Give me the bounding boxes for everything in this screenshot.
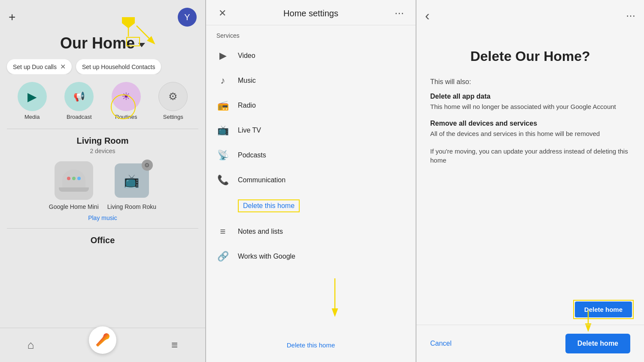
consequence-1-title: Delete all app data <box>430 93 630 100</box>
cancel-button[interactable]: Cancel <box>430 340 452 347</box>
dot-green <box>72 177 76 180</box>
panel3-footer: Cancel Delete home <box>416 325 644 362</box>
chip-household-label: Set up Household Contacts <box>82 63 155 70</box>
panel-home-settings: ✕ Home settings ⋯ Services ▶ Video ♪ Mus… <box>206 0 416 362</box>
routines-icon-item[interactable]: ☀ Routines <box>112 82 141 120</box>
close-icon[interactable]: ✕ <box>215 8 230 19</box>
menu-video-label: Video <box>238 52 255 60</box>
home-mini-icon <box>55 161 93 200</box>
dropdown-arrow-icon[interactable] <box>138 43 145 47</box>
video-icon: ▶ <box>216 50 229 61</box>
media-icon-item[interactable]: ▶ Media <box>18 82 47 120</box>
roku-card[interactable]: 📺 ⚙ Living Room Roku <box>107 161 156 210</box>
menu-item-notes[interactable]: ≡ Notes and lists <box>206 219 416 244</box>
consequence-2-title: Remove all devices and services <box>430 120 630 127</box>
roku-icon-wrapper: 📺 ⚙ <box>112 161 151 200</box>
mic-icon: 🎤 <box>95 333 110 347</box>
delete-confirm-title: Delete Our Home? <box>430 48 630 64</box>
more-options-icon[interactable]: ⋯ <box>626 10 635 21</box>
google-home-mini-card[interactable]: Google Home Mini <box>49 161 99 210</box>
media-circle: ▶ <box>18 82 47 111</box>
bottom-nav: ⌂ 🎤 ≡ <box>0 328 205 362</box>
google-home-mini-label: Google Home Mini <box>49 203 99 210</box>
panel3-header: ‹ ⋯ <box>416 0 644 30</box>
divider1 <box>7 129 198 129</box>
services-label: Services <box>206 25 416 43</box>
media-label: Media <box>24 114 39 120</box>
icons-row: ▶ Media 📢 Broadcast ☀ Routines ⚙ Setting… <box>0 82 205 120</box>
home-nav-icon[interactable]: ⌂ <box>27 338 34 352</box>
divider2 <box>7 228 198 229</box>
avatar[interactable]: Y <box>178 8 197 27</box>
dot-red <box>67 177 70 180</box>
menu-music-label: Music <box>238 77 256 84</box>
settings-icon: ⚙ <box>168 90 178 103</box>
menu-item-music[interactable]: ♪ Music <box>206 68 416 93</box>
broadcast-icon: 📢 <box>73 91 85 102</box>
google-mic-button[interactable]: 🎤 <box>89 326 116 354</box>
this-will-also-text: This will also: <box>430 78 630 86</box>
footer-delete-link[interactable]: Delete this home <box>287 341 335 349</box>
office-section: Office <box>0 235 205 247</box>
play-music-link[interactable]: Play music <box>7 214 198 221</box>
chips-row: Set up Duo calls ✕ Set up Household Cont… <box>0 59 205 74</box>
communication-icon: 📞 <box>216 175 229 186</box>
living-room-section: Living Room 2 devices Google Home Mini <box>0 136 205 228</box>
routines-circle: ☀ <box>112 82 141 111</box>
living-room-title: Living Room <box>7 136 198 146</box>
dot-blue <box>77 177 81 180</box>
menu-item-livetv[interactable]: 📺 Live TV <box>206 118 416 143</box>
menu-item-podcasts[interactable]: 📡 Podcasts <box>206 143 416 168</box>
radio-icon: 📻 <box>216 100 229 111</box>
media-icon: ▶ <box>27 90 37 104</box>
settings-label: Settings <box>163 114 183 120</box>
list-nav-icon[interactable]: ≡ <box>171 338 178 352</box>
panel2-header: ✕ Home settings ⋯ <box>206 0 416 25</box>
panel2-arrow-svg <box>292 276 378 328</box>
devices-row: Google Home Mini 📺 ⚙ Living Room Roku <box>7 161 198 210</box>
routines-icon: ☀ <box>122 90 131 103</box>
home-mini-base <box>59 187 89 192</box>
chip-close-icon[interactable]: ✕ <box>60 63 66 71</box>
home-mini-body <box>62 169 85 187</box>
chip-household[interactable]: Set up Household Contacts <box>76 59 161 74</box>
menu-radio-label: Radio <box>238 102 256 109</box>
panel-delete-confirm: ‹ ⋯ Delete Our Home? This will also: Del… <box>416 0 644 362</box>
roku-gear-badge: ⚙ <box>142 160 153 171</box>
panel1-header: + Y <box>0 0 205 31</box>
works-google-icon: 🔗 <box>216 251 229 262</box>
podcasts-icon: 📡 <box>216 150 229 161</box>
consequence-2-desc: All of the devices and services in this … <box>430 129 630 138</box>
tv-icon: 📺 <box>216 125 229 136</box>
back-icon[interactable]: ‹ <box>425 8 430 24</box>
menu-works-google-label: Works with Google <box>238 253 295 260</box>
menu-communication-label: Communication <box>238 176 286 184</box>
more-icon[interactable]: ⋯ <box>392 8 407 19</box>
chip-duo-label: Set up Duo calls <box>13 63 57 70</box>
menu-item-works-google[interactable]: 🔗 Works with Google <box>206 244 416 269</box>
menu-notes-label: Notes and lists <box>238 228 283 235</box>
panel2-footer: Delete this home <box>206 341 416 349</box>
panel-home: + Y Our Home Set up Duo calls ✕ Set up <box>0 0 206 362</box>
delete-home-highlighted-text: Delete this home <box>238 199 300 212</box>
menu-item-radio[interactable]: 📻 Radio <box>206 93 416 118</box>
broadcast-icon-item[interactable]: 📢 Broadcast <box>64 82 94 120</box>
panel3-content: Delete Our Home? This will also: Delete … <box>416 30 644 362</box>
consequence-1-desc: This home will no longer be associated w… <box>430 102 630 111</box>
delete-home-button[interactable]: Delete home <box>565 334 630 353</box>
routines-label: Routines <box>115 114 137 120</box>
home-mini-dots <box>67 177 81 180</box>
notes-icon: ≡ <box>216 226 229 237</box>
menu-item-video[interactable]: ▶ Video <box>206 43 416 68</box>
music-icon: ♪ <box>216 75 229 86</box>
menu-item-communication[interactable]: 📞 Communication <box>206 168 416 193</box>
home-title-row: Our Home <box>0 34 205 52</box>
add-button[interactable]: + <box>9 10 15 24</box>
living-room-subtitle: 2 devices <box>7 148 198 154</box>
panel2-title: Home settings <box>230 9 392 18</box>
chip-duo-calls[interactable]: Set up Duo calls ✕ <box>7 59 72 74</box>
home-title: Our Home <box>60 34 135 52</box>
settings-icon-item[interactable]: ⚙ Settings <box>158 82 188 120</box>
menu-item-delete-home[interactable]: Delete this home <box>206 193 416 219</box>
menu-podcasts-label: Podcasts <box>238 151 266 159</box>
